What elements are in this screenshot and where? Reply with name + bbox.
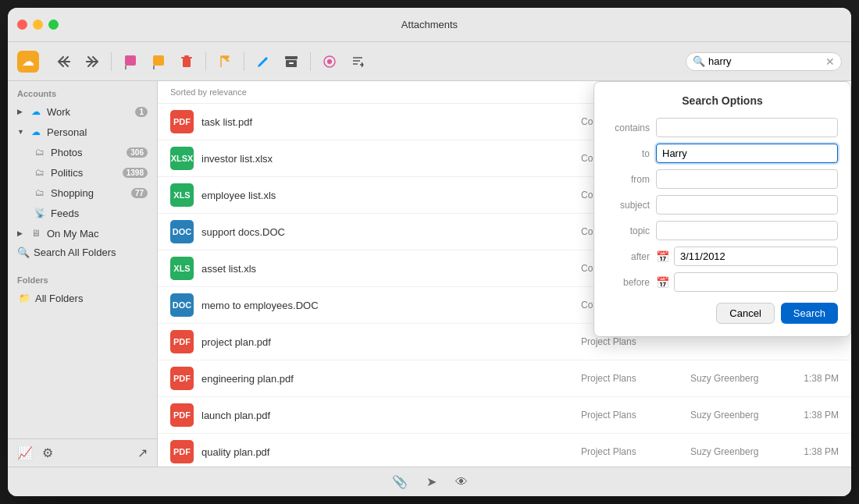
search-input[interactable] — [708, 55, 822, 67]
sidebar-item-personal[interactable]: ▼ ☁ Personal — [11, 122, 154, 141]
sidebar-item-politics[interactable]: 🗂 Politics 1398 — [11, 163, 154, 182]
contains-input[interactable] — [656, 118, 838, 137]
delete-button[interactable] — [174, 49, 199, 74]
to-label: to — [607, 148, 650, 159]
to-input[interactable] — [656, 144, 838, 163]
sidebar-item-label: Feeds — [51, 208, 148, 219]
settings-icon[interactable]: ⚙ — [42, 445, 53, 460]
from-input[interactable] — [656, 169, 838, 189]
panel-buttons: Cancel Search — [607, 303, 838, 324]
attachment-icon[interactable]: 📎 — [392, 474, 408, 489]
panel-title: Search Options — [607, 94, 838, 107]
sidebar-item-feeds[interactable]: 📡 Feeds — [11, 204, 154, 222]
file-sender: Suzy Greenberg — [690, 373, 792, 384]
folder-icon-politics: 🗂 — [33, 165, 47, 179]
toolbar-separator-2 — [205, 52, 206, 71]
send-icon[interactable]: ➤ — [426, 474, 437, 489]
activity-icon[interactable]: 📈 — [17, 445, 33, 460]
table-row[interactable]: PDF quality plan.pdf Project Plans Suzy … — [158, 434, 851, 467]
file-type-icon: XLSX — [170, 147, 194, 170]
edit-button[interactable] — [251, 49, 276, 74]
topic-label: topic — [607, 225, 650, 236]
archive-button[interactable] — [279, 49, 304, 74]
sort-button[interactable] — [345, 49, 370, 74]
before-label: before — [607, 277, 650, 288]
from-row: from — [607, 169, 838, 189]
subject-input[interactable] — [656, 195, 838, 215]
before-date-row: 📅 — [656, 272, 838, 292]
filter-button[interactable] — [317, 49, 342, 74]
contains-row: contains — [607, 118, 838, 137]
file-name: project plan.pdf — [201, 336, 581, 348]
sidebar: Accounts ▶ ☁ Work 1 ▼ ☁ Personal 🗂 Photo… — [8, 81, 158, 467]
to-row: to — [607, 144, 838, 163]
search-button[interactable]: Search — [781, 303, 838, 324]
after-date-row: 📅 — [656, 247, 838, 266]
sidebar-item-work[interactable]: ▶ ☁ Work 1 — [11, 102, 154, 121]
close-button[interactable] — [17, 20, 27, 30]
search-all-icon: 🔍 — [17, 247, 30, 258]
file-type-icon: DOC — [170, 293, 194, 317]
svg-rect-5 — [181, 57, 192, 59]
folder-icon-all: 📁 — [17, 291, 31, 305]
search-options-panel: Search Options contains to from subject — [593, 81, 851, 337]
preview-icon[interactable]: 👁 — [455, 475, 468, 489]
file-type-icon: PDF — [170, 403, 194, 427]
icloud-icon: ☁ — [29, 105, 43, 119]
work-badge: 1 — [135, 107, 148, 117]
sidebar-item-all-folders[interactable]: 📁 All Folders — [11, 289, 154, 307]
svg-rect-6 — [184, 55, 189, 57]
sidebar-item-onmymac[interactable]: ▶ 🖥 On My Mac — [11, 224, 154, 243]
search-clear-button[interactable]: ✕ — [825, 55, 835, 68]
svg-point-11 — [327, 59, 332, 64]
maximize-button[interactable] — [48, 20, 59, 30]
window-controls — [17, 20, 59, 30]
search-all-folders[interactable]: 🔍 Search All Folders — [11, 244, 154, 261]
sidebar-item-label: Work — [47, 106, 131, 118]
table-row[interactable]: PDF engineering plan.pdf Project Plans S… — [158, 360, 851, 397]
minimize-button[interactable] — [33, 20, 43, 30]
flag-orange-button[interactable] — [146, 49, 171, 74]
folder-icon-shopping: 🗂 — [33, 186, 47, 200]
after-row: after 📅 — [607, 247, 838, 266]
from-label: from — [607, 174, 650, 185]
export-icon[interactable]: ↗ — [137, 445, 148, 460]
file-name: support docs.DOC — [201, 226, 581, 238]
before-date-input[interactable] — [674, 272, 838, 292]
cancel-button[interactable]: Cancel — [716, 303, 774, 324]
back-button[interactable] — [52, 49, 77, 74]
after-label: after — [607, 251, 650, 262]
accounts-label: Accounts — [8, 81, 157, 101]
search-all-label: Search All Folders — [34, 247, 116, 258]
file-sender: Suzy Greenberg — [690, 410, 792, 421]
sidebar-item-photos[interactable]: 🗂 Photos 306 — [11, 143, 154, 161]
sidebar-item-shopping[interactable]: 🗂 Shopping 77 — [11, 183, 154, 202]
table-row[interactable]: PDF launch plan.pdf Project Plans Suzy G… — [158, 397, 851, 434]
app-icon: ☁ — [17, 51, 39, 73]
topic-input[interactable] — [656, 221, 838, 240]
photos-badge: 306 — [127, 147, 148, 158]
file-type-icon: PDF — [170, 110, 194, 133]
file-type-icon: XLS — [170, 183, 194, 207]
sidebar-item-label: Photos — [51, 147, 123, 158]
forward-button[interactable] — [80, 49, 105, 74]
mac-icon: 🖥 — [29, 226, 43, 240]
calendar-before-icon[interactable]: 📅 — [656, 276, 669, 289]
toolbar-separator-4 — [310, 52, 311, 71]
bottom-toolbar: 📎 ➤ 👁 — [8, 467, 851, 496]
file-folder: Project Plans — [581, 446, 690, 457]
toolbar: ☁ — [8, 42, 851, 81]
file-name: asset list.xls — [201, 263, 581, 275]
calendar-after-icon[interactable]: 📅 — [656, 250, 669, 263]
sidebar-item-label: Politics — [51, 167, 119, 179]
feeds-icon: 📡 — [33, 206, 47, 220]
file-type-icon: XLS — [170, 257, 194, 280]
after-date-input[interactable] — [674, 247, 838, 266]
flag-button[interactable] — [212, 49, 237, 74]
shopping-badge: 77 — [131, 188, 148, 198]
file-time: 1:38 PM — [792, 410, 839, 421]
window-title: Attachments — [401, 19, 458, 30]
file-time: 1:38 PM — [792, 446, 839, 457]
svg-rect-2 — [153, 55, 164, 66]
flag-pink-button[interactable] — [118, 49, 143, 74]
